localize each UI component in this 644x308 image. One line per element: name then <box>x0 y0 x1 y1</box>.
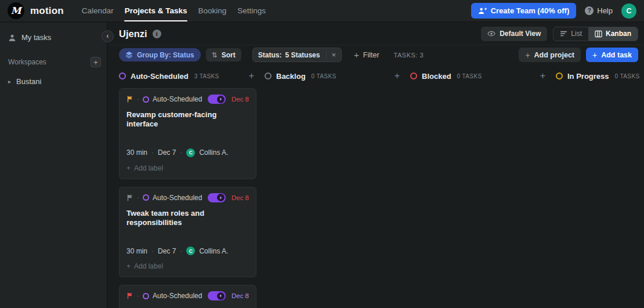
plus-icon: + <box>126 164 131 172</box>
sort-label: Sort <box>222 51 236 59</box>
create-team-label: Create Team (40% off) <box>491 6 570 15</box>
add-workspace-button[interactable]: + <box>91 57 101 67</box>
priority-flag-icon[interactable] <box>126 194 133 201</box>
help-label: Help <box>597 6 613 15</box>
column-task-count: 3 TASKS <box>194 73 219 79</box>
assignee-name: Collins A. <box>199 148 228 157</box>
add-label-button[interactable]: + Add label <box>126 262 249 270</box>
due-date: Dec 7 <box>158 148 176 157</box>
nav-right: Create Team (40% off) ? Help C <box>471 3 644 19</box>
info-icon[interactable]: i <box>153 30 161 38</box>
tasks-count: TASKS: 3 <box>394 52 424 59</box>
status-filter-chip[interactable]: Status: 5 Statuses × <box>252 48 342 62</box>
tab-calendar[interactable]: Calendar <box>81 0 114 21</box>
column-name: Backlog <box>276 72 306 81</box>
separator-dot: · <box>137 292 139 300</box>
card-status-label[interactable]: Auto-Scheduled <box>153 95 202 103</box>
project-header: Ujenzi i Default View <box>108 23 644 45</box>
status-ring-icon <box>556 73 563 79</box>
scheduled-date[interactable]: Dec 8 <box>231 194 249 201</box>
task-card[interactable]: · Auto-Scheduled Dec 8 Revamp cus <box>119 88 256 179</box>
tab-booking[interactable]: Booking <box>197 0 227 21</box>
bolt-icon <box>217 194 225 201</box>
priority-flag-icon[interactable] <box>126 292 133 299</box>
auto-schedule-toggle[interactable] <box>208 95 226 104</box>
add-label-button[interactable]: + Add label <box>126 164 249 172</box>
column-header: In Progress 0 TASKS <box>556 68 644 84</box>
add-project-button[interactable]: + Add project <box>519 48 581 62</box>
column-header: Blocked 0 TASKS + <box>410 68 548 84</box>
create-team-button[interactable]: Create Team (40% off) <box>471 3 577 19</box>
list-icon <box>560 30 567 37</box>
add-task-to-column-button[interactable]: + <box>392 71 402 81</box>
main-content: ‹ Ujenzi i Default View <box>108 23 644 308</box>
column-task-count: 0 TASKS <box>312 73 337 79</box>
card-title: Tweak team roles and responsibilities <box>126 209 249 228</box>
list-label: List <box>571 30 582 38</box>
chevron-right-icon[interactable]: ▸ <box>8 78 11 85</box>
add-task-to-column-button[interactable]: + <box>247 71 256 81</box>
status-ring-icon[interactable] <box>143 293 149 299</box>
motion-logo-icon[interactable]: M <box>8 2 24 19</box>
top-nav: M motion Calendar Projects & Tasks Booki… <box>0 0 644 22</box>
duration: 30 min <box>126 247 147 255</box>
status-ring-icon <box>265 73 272 79</box>
user-avatar[interactable]: C <box>621 3 636 19</box>
sort-button[interactable]: ⇅ Sort <box>206 48 241 61</box>
card-status-label[interactable]: Auto-Scheduled <box>153 292 202 300</box>
column-header: Auto-Scheduled 3 TASKS + <box>119 68 256 84</box>
group-by-button[interactable]: Group By: Status <box>119 48 201 61</box>
separator-dot: · <box>180 247 182 255</box>
status-ring-icon[interactable] <box>143 96 149 103</box>
brand: M motion <box>0 2 64 19</box>
card-top-row: · Auto-Scheduled Dec 8 <box>126 291 249 300</box>
plus-icon: + <box>592 50 597 60</box>
remove-status-filter-icon[interactable]: × <box>326 50 336 59</box>
status-filter-key: Status: <box>258 51 282 59</box>
card-list: · Auto-Scheduled Dec 8 Revamp cus <box>119 88 256 308</box>
help-button[interactable]: ? Help <box>585 6 613 15</box>
scheduled-date[interactable]: Dec 8 <box>231 96 249 103</box>
priority-flag-icon[interactable] <box>126 96 133 103</box>
add-task-to-column-button[interactable]: + <box>538 71 548 81</box>
task-card[interactable]: · Auto-Scheduled Dec 8 Tweak team <box>119 187 256 278</box>
kanban-icon <box>595 30 602 38</box>
sidebar-item-workspace-bustani[interactable]: ▸ Bustani <box>8 77 101 86</box>
add-task-button[interactable]: + Add task <box>586 48 638 62</box>
kanban-board: Auto-Scheduled 3 TASKS + · <box>108 64 644 308</box>
group-by-label: Group By: Status <box>137 51 194 59</box>
sidebar-collapse-button[interactable]: ‹ <box>102 30 114 42</box>
default-view-button[interactable]: Default View <box>481 27 547 41</box>
auto-schedule-toggle[interactable] <box>208 193 226 202</box>
auto-schedule-toggle[interactable] <box>208 291 226 300</box>
board-toolbar: Group By: Status ⇅ Sort Status: 5 Status… <box>108 45 644 64</box>
column-task-count: 0 TASKS <box>457 73 482 79</box>
column-name: Auto-Scheduled <box>131 72 189 81</box>
view-mode-switcher: List Kanban <box>553 27 638 41</box>
kanban-view-button[interactable]: Kanban <box>588 27 638 41</box>
add-label-text: Add label <box>134 262 163 270</box>
tab-settings[interactable]: Settings <box>237 0 266 21</box>
default-view-label: Default View <box>500 30 541 38</box>
status-filter-value: 5 Statuses <box>285 51 320 59</box>
assignee-avatar: C <box>186 247 195 255</box>
list-view-button[interactable]: List <box>553 27 588 41</box>
separator-dot: · <box>180 148 182 157</box>
task-card[interactable]: · Auto-Scheduled Dec 8 Redeploy a <box>119 285 256 308</box>
column-blocked: Blocked 0 TASKS + <box>410 68 548 88</box>
brand-name: motion <box>30 5 64 17</box>
person-plus-icon <box>478 7 487 15</box>
tab-projects-tasks[interactable]: Projects & Tasks <box>124 0 188 21</box>
separator-dot: · <box>137 194 139 202</box>
assignee-name: Collins A. <box>199 247 228 255</box>
scheduled-date[interactable]: Dec 8 <box>231 292 249 299</box>
status-ring-icon <box>410 73 417 79</box>
status-ring-icon[interactable] <box>143 194 149 201</box>
card-meta-row: 30 min · Dec 7 · C Collins A. <box>126 148 249 157</box>
eye-icon <box>487 30 495 37</box>
add-filter-button[interactable]: + Filter <box>354 50 379 60</box>
sidebar-item-my-tasks[interactable]: My tasks <box>8 33 101 42</box>
card-status-label[interactable]: Auto-Scheduled <box>153 194 202 202</box>
workspaces-label: Workspaces <box>8 58 46 66</box>
plus-icon: + <box>525 50 530 60</box>
